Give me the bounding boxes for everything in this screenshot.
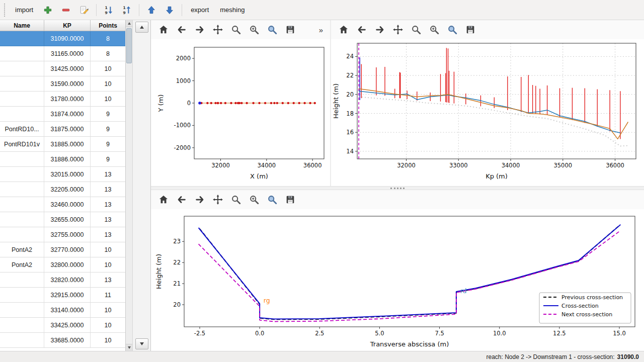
mpl-save-button[interactable] bbox=[463, 22, 478, 37]
table-scrollbar[interactable] bbox=[126, 20, 133, 351]
cell-kp[interactable]: 32755.0000 bbox=[44, 227, 91, 242]
scroll-up-button[interactable] bbox=[135, 22, 148, 33]
cell-points[interactable]: 13 bbox=[91, 227, 125, 242]
column-header-points[interactable]: Points bbox=[91, 20, 126, 31]
cell-points[interactable]: 10 bbox=[91, 92, 125, 107]
mpl-zoom-button[interactable] bbox=[228, 22, 244, 37]
mpl-save-button[interactable] bbox=[283, 22, 298, 37]
table-row[interactable]: 31590.000010 bbox=[0, 76, 125, 92]
cell-name[interactable] bbox=[0, 318, 44, 333]
cell-points[interactable]: 10 bbox=[91, 76, 125, 92]
table-row[interactable]: 32820.000013 bbox=[0, 273, 125, 288]
cell-name[interactable] bbox=[0, 92, 44, 107]
table-row[interactable]: 33425.000010 bbox=[0, 318, 125, 333]
cell-points[interactable]: 9 bbox=[91, 107, 125, 122]
mpl-subplots-button[interactable] bbox=[247, 22, 262, 37]
sort-ascending-button[interactable]: 1 9 bbox=[101, 3, 116, 18]
table-row[interactable]: 33685.000010 bbox=[0, 333, 125, 348]
cell-points[interactable]: 10 bbox=[91, 318, 125, 333]
scrollbar-up-arrow-icon[interactable] bbox=[126, 20, 132, 27]
cell-points[interactable]: 9 bbox=[91, 122, 125, 137]
table-row[interactable]: 31780.000010 bbox=[0, 92, 125, 107]
cell-name[interactable]: PontA2 bbox=[0, 242, 44, 257]
cell-kp[interactable]: 31874.0000 bbox=[44, 107, 91, 122]
table-row[interactable]: 32915.000011 bbox=[0, 288, 125, 303]
cell-kp[interactable]: 31875.0000 bbox=[44, 122, 91, 137]
table-row[interactable]: 31165.00008 bbox=[0, 46, 125, 61]
table-row[interactable]: 32015.000013 bbox=[0, 167, 125, 182]
sort-descending-button[interactable]: 1 9 bbox=[119, 3, 134, 18]
cell-kp[interactable]: 33140.0000 bbox=[44, 303, 91, 318]
cell-kp[interactable]: 32915.0000 bbox=[44, 288, 91, 303]
move-up-button[interactable] bbox=[144, 3, 159, 18]
cell-kp[interactable]: 32205.0000 bbox=[44, 182, 91, 197]
mpl-customize-button[interactable] bbox=[265, 192, 280, 207]
table-row[interactable]: 33140.000010 bbox=[0, 303, 125, 318]
table-row[interactable]: PontA232770.000010 bbox=[0, 242, 125, 257]
mpl-pan-button[interactable] bbox=[210, 22, 225, 37]
cell-name[interactable] bbox=[0, 152, 44, 167]
toolbar-grip[interactable] bbox=[4, 4, 7, 17]
cell-points[interactable]: 10 bbox=[91, 242, 125, 257]
mpl-forward-button[interactable] bbox=[372, 22, 387, 37]
mpl-zoom-button[interactable] bbox=[228, 192, 244, 207]
move-down-button[interactable] bbox=[162, 3, 177, 18]
table-row[interactable]: 31886.00009 bbox=[0, 152, 125, 167]
cell-kp[interactable]: 32820.0000 bbox=[44, 273, 91, 288]
cell-points[interactable]: 13 bbox=[91, 197, 125, 212]
cell-name[interactable] bbox=[0, 61, 44, 76]
cell-points[interactable]: 10 bbox=[91, 303, 125, 318]
table-row[interactable]: 32205.000013 bbox=[0, 182, 125, 197]
cell-points[interactable]: 13 bbox=[91, 182, 125, 197]
table-row[interactable]: 32460.000013 bbox=[0, 197, 125, 212]
cell-points[interactable]: 10 bbox=[91, 257, 125, 273]
cell-points[interactable]: 13 bbox=[91, 212, 125, 227]
mpl-subplots-button[interactable] bbox=[247, 192, 262, 207]
table-row[interactable]: 31090.00008 bbox=[0, 31, 125, 46]
longitudinal-profile-chart[interactable]: 3200033000340003500036000141618202224Kp … bbox=[331, 39, 643, 186]
cell-points[interactable]: 10 bbox=[91, 333, 125, 348]
cell-kp[interactable]: 31886.0000 bbox=[44, 152, 91, 167]
table-row[interactable]: PontA232800.000010 bbox=[0, 257, 125, 273]
cell-kp[interactable]: 32655.0000 bbox=[44, 212, 91, 227]
scrollbar-down-arrow-icon[interactable] bbox=[126, 344, 132, 351]
cell-points[interactable]: 11 bbox=[91, 288, 125, 303]
cell-kp[interactable]: 31590.0000 bbox=[44, 76, 91, 92]
cell-points[interactable]: 13 bbox=[91, 273, 125, 288]
cell-points[interactable]: 10 bbox=[91, 61, 125, 76]
column-header-kp[interactable]: KP bbox=[44, 20, 91, 31]
export-button[interactable]: export bbox=[187, 4, 213, 16]
mpl-forward-button[interactable] bbox=[192, 192, 207, 207]
cell-name[interactable] bbox=[0, 182, 44, 197]
mpl-save-button[interactable] bbox=[283, 192, 298, 207]
mpl-home-button[interactable] bbox=[156, 22, 171, 37]
meshing-button[interactable]: meshing bbox=[216, 4, 249, 16]
cell-kp[interactable]: 31780.0000 bbox=[44, 92, 91, 107]
cell-name[interactable] bbox=[0, 212, 44, 227]
cell-kp[interactable]: 32800.0000 bbox=[44, 257, 91, 273]
edit-button[interactable] bbox=[76, 3, 92, 18]
cell-name[interactable] bbox=[0, 227, 44, 242]
cross-section-chart[interactable]: -2.50.02.55.07.510.012.515.020212223Tran… bbox=[151, 209, 643, 351]
cell-points[interactable]: 8 bbox=[91, 46, 125, 61]
mpl-subplots-button[interactable] bbox=[427, 22, 442, 37]
cell-name[interactable] bbox=[0, 107, 44, 122]
table-row[interactable]: 31425.000010 bbox=[0, 61, 125, 76]
mpl-zoom-button[interactable] bbox=[409, 22, 424, 37]
mpl-forward-button[interactable] bbox=[192, 22, 207, 37]
cell-points[interactable]: 9 bbox=[91, 152, 125, 167]
mpl-back-button[interactable] bbox=[354, 22, 369, 37]
cell-name[interactable] bbox=[0, 333, 44, 348]
cell-name[interactable] bbox=[0, 76, 44, 92]
table-row[interactable]: PontRD101v31885.00009 bbox=[0, 137, 125, 152]
table-row[interactable]: 32655.000013 bbox=[0, 212, 125, 227]
cell-name[interactable] bbox=[0, 167, 44, 182]
mpl-customize-button[interactable] bbox=[445, 22, 460, 37]
scroll-down-button[interactable] bbox=[135, 338, 148, 349]
cell-kp[interactable]: 31090.0000 bbox=[44, 31, 91, 46]
cell-kp[interactable]: 33685.0000 bbox=[44, 333, 91, 348]
cell-name[interactable] bbox=[0, 31, 44, 46]
import-button[interactable]: import bbox=[11, 4, 37, 16]
scrollbar-thumb[interactable] bbox=[126, 28, 132, 63]
cell-points[interactable]: 9 bbox=[91, 137, 125, 152]
